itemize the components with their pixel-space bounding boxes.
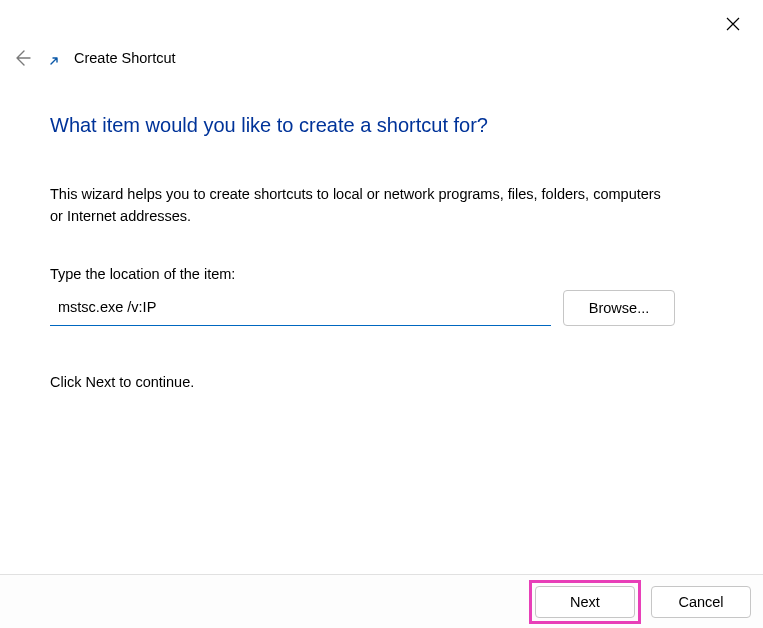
location-label: Type the location of the item: (50, 266, 675, 282)
dialog-title: Create Shortcut (74, 50, 176, 66)
shortcut-overlay-icon (48, 55, 60, 67)
cancel-button[interactable]: Cancel (651, 586, 751, 618)
location-row: Browse... (50, 290, 675, 326)
wizard-description: This wizard helps you to create shortcut… (50, 183, 675, 228)
close-icon[interactable] (721, 12, 745, 36)
dialog-header: Create Shortcut (10, 46, 753, 70)
next-button[interactable]: Next (535, 586, 635, 618)
browse-button[interactable]: Browse... (563, 290, 675, 326)
dialog-content: What item would you like to create a sho… (50, 114, 675, 390)
dialog-footer: Next Cancel (0, 574, 763, 628)
location-input[interactable] (50, 290, 551, 326)
continue-hint: Click Next to continue. (50, 374, 675, 390)
page-heading: What item would you like to create a sho… (50, 114, 675, 137)
next-button-highlight: Next (529, 580, 641, 624)
back-arrow-icon[interactable] (10, 46, 34, 70)
